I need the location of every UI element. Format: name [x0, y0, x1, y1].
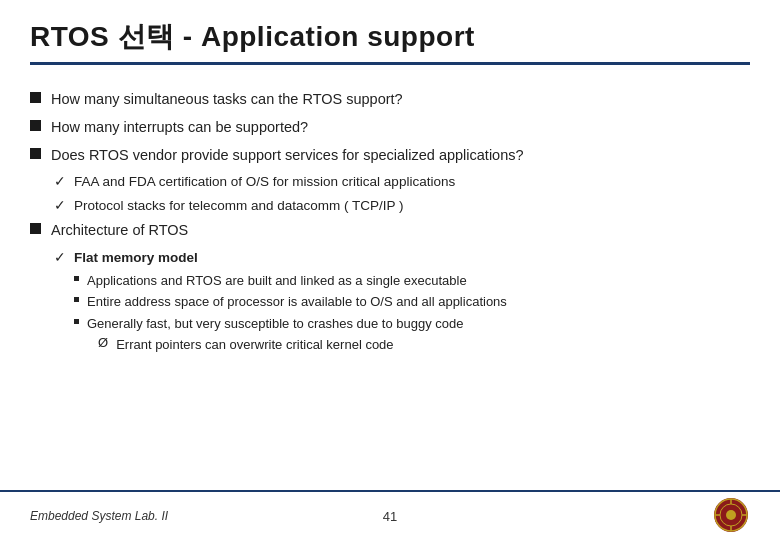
- check-icon: ✓: [54, 249, 66, 265]
- sub-bullet-icon: [74, 297, 79, 302]
- footer-label: Embedded System Lab. II: [30, 509, 168, 523]
- slide-content: How many simultaneous tasks can the RTOS…: [0, 85, 780, 355]
- footer-page-number: 41: [383, 509, 397, 524]
- list-item: Architecture of RTOS: [30, 220, 750, 242]
- o-item: Ø Errant pointers can overwrite critical…: [98, 335, 750, 355]
- slide: RTOS 선택 - Application support How many s…: [0, 0, 780, 540]
- bullet-text: Architecture of RTOS: [51, 220, 188, 242]
- o-mark-icon: Ø: [98, 335, 108, 350]
- sub-check-list: ✓ FAA and FDA certification of O/S for m…: [54, 172, 750, 216]
- sub-bullet-text: Entire address space of processor is ava…: [87, 292, 507, 312]
- bullet-text: Does RTOS vendor provide support service…: [51, 145, 524, 167]
- logo-circle: [714, 498, 748, 532]
- sub-bullet-icon: [74, 276, 79, 281]
- arch-sub-list: ✓ Flat memory model Applications and RTO…: [54, 248, 750, 355]
- o-list: Ø Errant pointers can overwrite critical…: [98, 335, 750, 355]
- check-item: ✓ Flat memory model: [54, 248, 750, 268]
- title-area: RTOS 선택 - Application support: [0, 0, 780, 85]
- slide-title: RTOS 선택 - Application support: [30, 18, 750, 56]
- check-text: FAA and FDA certification of O/S for mis…: [74, 172, 455, 192]
- sub-bullet-text: Generally fast, but very susceptible to …: [87, 314, 464, 334]
- sub-bullet-item: Applications and RTOS are built and link…: [74, 271, 750, 291]
- check-icon: ✓: [54, 173, 66, 189]
- bullet-icon: [30, 223, 41, 234]
- bullet-text: How many simultaneous tasks can the RTOS…: [51, 89, 403, 111]
- bullet-text: How many interrupts can be supported?: [51, 117, 308, 139]
- sub-bullet-icon: [74, 319, 79, 324]
- sub-bullet-list: Applications and RTOS are built and link…: [74, 271, 750, 355]
- title-underline: [30, 62, 750, 65]
- check-item: ✓ Protocol stacks for telecomm and datac…: [54, 196, 750, 216]
- sub-bullet-text: Applications and RTOS are built and link…: [87, 271, 467, 291]
- bullet-icon: [30, 120, 41, 131]
- footer-logo: [714, 498, 750, 534]
- sub-bullet-item: Generally fast, but very susceptible to …: [74, 314, 750, 334]
- svg-point-2: [726, 510, 736, 520]
- o-text: Errant pointers can overwrite critical k…: [116, 335, 393, 355]
- bullet-icon: [30, 92, 41, 103]
- slide-footer: Embedded System Lab. II 41: [0, 490, 780, 540]
- list-item: How many interrupts can be supported?: [30, 117, 750, 139]
- check-item: ✓ FAA and FDA certification of O/S for m…: [54, 172, 750, 192]
- flat-memory-label: Flat memory model: [74, 248, 198, 268]
- list-item: How many simultaneous tasks can the RTOS…: [30, 89, 750, 111]
- list-item: Does RTOS vendor provide support service…: [30, 145, 750, 167]
- check-icon: ✓: [54, 197, 66, 213]
- sub-bullet-item: Entire address space of processor is ava…: [74, 292, 750, 312]
- bullet-icon: [30, 148, 41, 159]
- check-text: Protocol stacks for telecomm and datacom…: [74, 196, 404, 216]
